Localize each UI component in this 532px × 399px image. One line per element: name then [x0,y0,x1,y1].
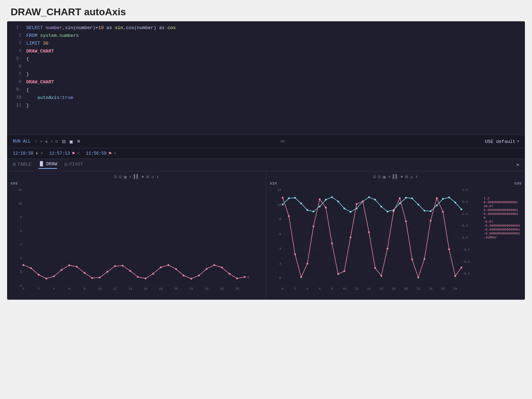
svg-point-56 [213,264,215,266]
svg-text:26: 26 [441,287,445,291]
svg-point-126 [312,226,314,227]
svg-text:14: 14 [128,287,132,291]
svg-point-58 [228,273,230,275]
code-line: 2FROM system.numbers [7,32,525,40]
svg-text:0: 0 [282,287,283,291]
code-editor[interactable]: 1·SELECT number,sin(number)+10 as sin,co… [7,21,525,135]
svg-point-37 [68,264,70,266]
tab-draw[interactable]: ▐▌ DRAW [38,161,57,169]
charts-area: ⊡ ⊡ ▣ ⬆ ▌▌ ● ⊞ ↺ ⬇ cos -2024681012024681… [7,171,525,300]
svg-text:10: 10 [342,287,346,291]
svg-point-118 [448,196,450,198]
svg-point-117 [442,198,444,200]
chart-svg-right: 02468101202468101214161820222426281.20.9… [270,186,522,296]
svg-point-123 [294,253,296,255]
code-line: 3LIMIT 30 [7,40,525,48]
toolbar-symbols: ↑ + ✱ + ⊡ [35,139,58,144]
run-all-button[interactable]: RUN ALL [13,139,31,144]
svg-text:12: 12 [18,188,22,192]
svg-point-137 [380,275,382,277]
svg-text:0: 0 [20,270,22,274]
svg-text:26: 26 [220,287,224,291]
svg-text:2: 2 [279,262,281,266]
svg-point-33 [38,274,40,276]
svg-point-149 [454,275,456,277]
svg-point-50 [167,264,169,266]
tab-lightning-icon: ⚡ [35,150,38,156]
svg-text:2: 2 [20,257,22,260]
tab-table[interactable]: ⊞ TABLE [13,161,31,169]
code-line: 11} [7,102,525,110]
legend-item: 0.9000000000000001 [483,201,520,204]
svg-text:0.0: 0.0 [462,236,468,240]
tab-item-0[interactable]: 12:10:30 ⚡ × [13,150,43,156]
svg-point-125 [306,263,308,265]
pin-icon[interactable]: ⚑ [516,162,519,168]
code-line: 10 autoAxis:true [7,94,525,102]
svg-point-115 [430,210,431,212]
legend-item: 0.6000000000000001 [483,209,520,212]
use-default-select[interactable]: USE default ▼ [485,139,519,144]
svg-point-41 [99,277,101,278]
svg-point-99 [331,196,333,198]
svg-text:4: 4 [20,243,22,246]
svg-text:24: 24 [428,287,432,291]
svg-point-59 [236,277,238,279]
svg-text:0.3: 0.3 [462,224,468,228]
table-icon: ⊞ [13,161,16,167]
chart-toolbar-left: ⊡ ⊡ ▣ ⬆ ▌▌ ● ⊞ ↺ ⬇ [11,174,262,180]
tab-pivot[interactable]: ⊡ PIVOT [64,161,83,169]
tabs-row: 12:10:30 ⚡ × 11:57:13 ⚑ × 11:56:59 ⚑ × [7,148,525,159]
svg-text:18: 18 [159,287,163,291]
svg-text:-0.9: -0.9 [462,272,470,276]
tab-item-1[interactable]: 11:57:13 ⚑ × [49,150,79,156]
svg-text:8: 8 [331,287,333,291]
svg-point-138 [386,248,388,249]
svg-text:20: 20 [174,287,178,291]
svg-text:4: 4 [53,287,55,291]
use-default-label: USE default [485,139,516,144]
pivot-icon: ⊡ [64,161,67,167]
svg-point-133 [356,203,358,205]
svg-text:16: 16 [144,287,148,291]
svg-point-51 [175,268,177,270]
toolbar-icon-menu[interactable]: ≡ [77,139,80,145]
svg-point-91 [282,204,283,205]
svg-point-43 [114,265,116,267]
svg-point-124 [300,276,302,278]
svg-point-53 [190,278,192,279]
svg-text:2: 2 [294,287,296,291]
toolbar-icon-grid[interactable]: ⊡ [62,138,65,145]
tab-time-1: 11:57:13 [49,151,70,156]
chart-toolbar-right: ⊡ ⊡ ▣ ⬆ ▌▌ ● ⊞ ↺ ⬇ [270,174,522,180]
legend-item: 0 [483,216,520,220]
svg-point-95 [306,209,308,211]
tab-close-1[interactable]: × [77,151,79,156]
tab-close-0[interactable]: × [40,151,43,156]
tab-item-2[interactable]: 11:56:59 ⚑ × [86,150,116,156]
svg-text:-0.3: -0.3 [462,248,470,252]
tab-close-2[interactable]: × [114,151,116,156]
svg-point-121 [282,197,283,199]
svg-point-146 [436,197,437,199]
chart-titles-right: sin cos [270,181,522,186]
svg-text:16: 16 [379,287,383,291]
code-line: 9·{ [7,86,525,94]
svg-point-136 [374,267,376,269]
divider-line: ═ [84,138,481,145]
svg-point-107 [380,206,382,207]
svg-point-140 [399,197,400,199]
toolbar-icon-lock[interactable]: ▣ [70,138,73,145]
svg-point-132 [349,237,351,238]
svg-text:8: 8 [279,218,281,221]
svg-point-147 [442,211,444,213]
svg-point-128 [325,207,327,209]
svg-text:2: 2 [38,287,39,291]
svg-point-100 [337,200,339,202]
svg-point-142 [411,259,413,260]
code-line: 5·{ [7,55,525,63]
svg-point-105 [368,196,370,198]
legend-item: -4u0ber [483,236,520,239]
svg-point-148 [448,248,450,250]
code-line: 4DRAW_CHART [7,48,525,55]
